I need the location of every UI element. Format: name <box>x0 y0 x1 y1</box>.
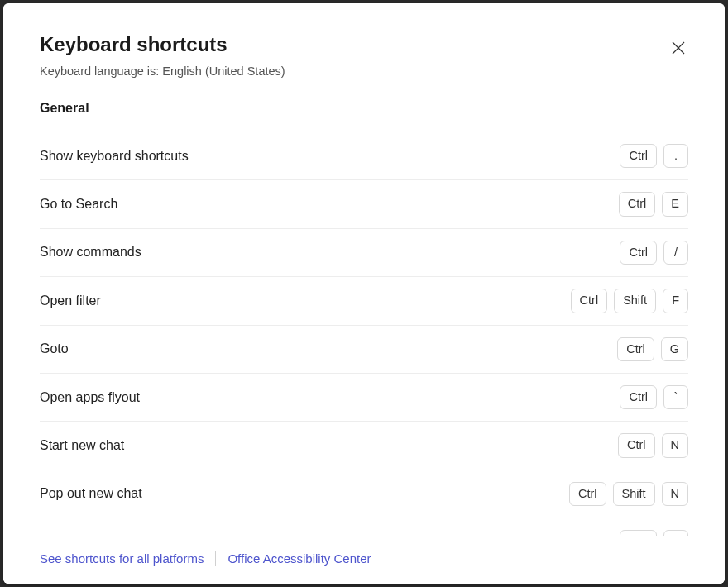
shortcut-label: Open apps flyout <box>40 390 140 405</box>
shortcut-row: Open SettingsCtrl, <box>40 518 688 536</box>
dialog-subtitle: Keyboard language is: English (United St… <box>40 64 688 78</box>
shortcut-label: Open filter <box>40 294 101 308</box>
key-cap: Ctrl <box>617 337 654 361</box>
close-icon <box>672 41 685 55</box>
key-group: CtrlN <box>618 433 688 457</box>
dialog-content: Keyboard shortcuts Keyboard language is:… <box>3 3 725 536</box>
key-cap: . <box>663 144 688 168</box>
shortcut-label: Goto <box>40 341 69 356</box>
shortcut-row: Show commandsCtrl/ <box>40 229 688 277</box>
key-group: Ctrl/ <box>620 241 688 265</box>
key-cap: / <box>663 241 688 265</box>
key-cap: Ctrl <box>620 385 657 409</box>
shortcut-label: Pop out new chat <box>40 486 142 501</box>
key-cap: Shift <box>613 482 655 506</box>
key-cap: Ctrl <box>571 289 608 313</box>
dialog-title: Keyboard shortcuts <box>40 33 688 56</box>
shortcut-label: Show commands <box>40 245 141 260</box>
all-platforms-link[interactable]: See shortcuts for all platforms <box>40 551 204 566</box>
keyboard-shortcuts-dialog: Keyboard shortcuts Keyboard language is:… <box>3 3 725 584</box>
shortcut-row: Open filterCtrlShiftF <box>40 277 688 325</box>
key-group: Ctrl` <box>620 385 688 409</box>
shortcut-row: Show keyboard shortcutsCtrl. <box>40 132 688 180</box>
key-cap: F <box>663 289 688 313</box>
key-cap: E <box>662 192 688 216</box>
shortcut-row: Start new chatCtrlN <box>40 422 688 470</box>
key-cap: Ctrl <box>620 144 657 168</box>
key-cap: Ctrl <box>620 530 657 536</box>
accessibility-center-link[interactable]: Office Accessibility Center <box>228 551 371 566</box>
shortcut-label: Go to Search <box>40 197 117 212</box>
key-group: CtrlG <box>617 337 688 361</box>
footer-divider <box>215 551 216 566</box>
key-cap: Ctrl <box>620 241 657 265</box>
shortcut-label: Show keyboard shortcuts <box>40 149 189 164</box>
key-cap: ` <box>663 385 688 409</box>
shortcut-row: Open apps flyoutCtrl` <box>40 374 688 422</box>
key-group: Ctrl, <box>620 530 688 536</box>
shortcut-row: GotoCtrlG <box>40 326 688 374</box>
key-cap: , <box>663 530 688 536</box>
shortcut-list: Show keyboard shortcutsCtrl.Go to Search… <box>40 132 688 536</box>
key-group: CtrlShiftN <box>569 482 688 506</box>
key-group: Ctrl. <box>620 144 688 168</box>
key-cap: Ctrl <box>618 433 655 457</box>
shortcut-row: Go to SearchCtrlE <box>40 180 688 228</box>
section-title-general: General <box>40 101 688 116</box>
key-group: CtrlE <box>619 192 688 216</box>
key-cap: Shift <box>614 289 656 313</box>
key-cap: Ctrl <box>619 192 656 216</box>
key-cap: N <box>662 482 688 506</box>
dialog-footer: See shortcuts for all platforms Office A… <box>3 536 725 584</box>
key-cap: N <box>662 433 688 457</box>
key-cap: G <box>661 337 688 361</box>
key-group: CtrlShiftF <box>571 289 688 313</box>
shortcut-label: Start new chat <box>40 438 124 453</box>
close-button[interactable] <box>665 35 692 61</box>
key-cap: Ctrl <box>569 482 606 506</box>
shortcut-row: Pop out new chatCtrlShiftN <box>40 470 688 518</box>
